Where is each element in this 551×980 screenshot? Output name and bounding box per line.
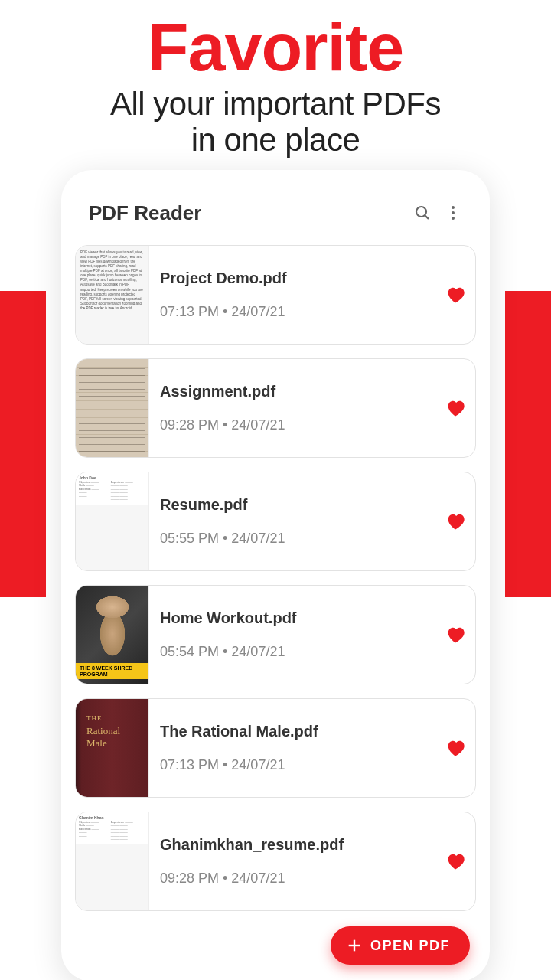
list-item[interactable]: Ghanim KhanObjective ———Skills ———Educat… <box>75 812 476 911</box>
favorite-button[interactable] <box>435 624 475 645</box>
decor-left-bar <box>0 291 46 597</box>
heart-icon <box>445 737 466 759</box>
favorite-button[interactable] <box>435 397 475 419</box>
svg-point-4 <box>452 217 455 220</box>
file-name: Ghanimkhan_resume.pdf <box>160 836 425 854</box>
favorite-button[interactable] <box>435 284 475 305</box>
file-name: Assignment.pdf <box>160 383 425 400</box>
list-item[interactable]: PDF viewer that allows you to read, view… <box>75 245 476 345</box>
file-list: PDF viewer that allows you to read, view… <box>61 245 490 911</box>
search-icon <box>413 204 432 222</box>
file-info: Assignment.pdf 09:28 PM • 24/07/21 <box>149 383 435 433</box>
app-title: PDF Reader <box>89 201 407 225</box>
list-item[interactable]: THE Rational Male The Rational Male.pdf … <box>75 698 476 798</box>
file-name: The Rational Male.pdf <box>160 723 425 740</box>
favorite-button[interactable] <box>435 511 475 532</box>
file-thumbnail: THE Rational Male <box>76 699 149 797</box>
heart-icon <box>445 397 466 419</box>
svg-point-2 <box>452 206 455 209</box>
hero-title: Favorite <box>0 14 551 81</box>
search-button[interactable] <box>407 198 438 228</box>
list-item[interactable]: THE 8 WEEK SHRED PROGRAM Home Workout.pd… <box>75 585 476 684</box>
file-info: Project Demo.pdf 07:13 PM • 24/07/21 <box>149 270 435 320</box>
file-meta: 09:28 PM • 24/07/21 <box>160 417 425 433</box>
plus-icon <box>346 937 363 954</box>
svg-line-1 <box>425 215 429 219</box>
favorite-button[interactable] <box>435 851 475 872</box>
file-meta: 07:13 PM • 24/07/21 <box>160 757 425 773</box>
file-name: Project Demo.pdf <box>160 270 425 287</box>
fab-label: OPEN PDF <box>370 938 450 954</box>
list-item[interactable]: John DoeObjective ———Skills ———Education… <box>75 472 476 571</box>
file-meta: 07:13 PM • 24/07/21 <box>160 304 425 320</box>
file-thumbnail: John DoeObjective ———Skills ———Education… <box>76 472 149 570</box>
more-button[interactable] <box>438 198 468 228</box>
file-meta: 05:54 PM • 24/07/21 <box>160 644 425 660</box>
favorite-button[interactable] <box>435 737 475 759</box>
file-info: Home Workout.pdf 05:54 PM • 24/07/21 <box>149 609 435 660</box>
hero-section: Favorite All your important PDFs in one … <box>0 0 551 158</box>
file-thumbnail: PDF viewer that allows you to read, view… <box>76 246 149 344</box>
heart-icon <box>445 284 466 305</box>
file-name: Resume.pdf <box>160 496 425 514</box>
file-thumbnail <box>76 359 149 457</box>
heart-icon <box>445 624 466 645</box>
more-vert-icon <box>444 204 462 222</box>
file-info: The Rational Male.pdf 07:13 PM • 24/07/2… <box>149 723 435 773</box>
phone-frame: PDF Reader PDF viewer that allows you to… <box>61 170 490 980</box>
svg-point-0 <box>416 207 426 217</box>
open-pdf-button[interactable]: OPEN PDF <box>331 926 470 965</box>
file-meta: 05:55 PM • 24/07/21 <box>160 531 425 547</box>
decor-right-bar <box>505 291 551 597</box>
heart-icon <box>445 511 466 532</box>
file-info: Resume.pdf 05:55 PM • 24/07/21 <box>149 496 435 547</box>
file-thumbnail: Ghanim KhanObjective ———Skills ———Educat… <box>76 812 149 910</box>
file-info: Ghanimkhan_resume.pdf 09:28 PM • 24/07/2… <box>149 836 435 887</box>
app-bar: PDF Reader <box>61 170 490 245</box>
list-item[interactable]: Assignment.pdf 09:28 PM • 24/07/21 <box>75 358 476 458</box>
file-meta: 09:28 PM • 24/07/21 <box>160 871 425 887</box>
file-thumbnail: THE 8 WEEK SHRED PROGRAM <box>76 586 149 684</box>
file-name: Home Workout.pdf <box>160 609 425 627</box>
hero-subtitle: All your important PDFs in one place <box>0 86 551 158</box>
heart-icon <box>445 851 466 872</box>
svg-point-3 <box>452 211 455 214</box>
